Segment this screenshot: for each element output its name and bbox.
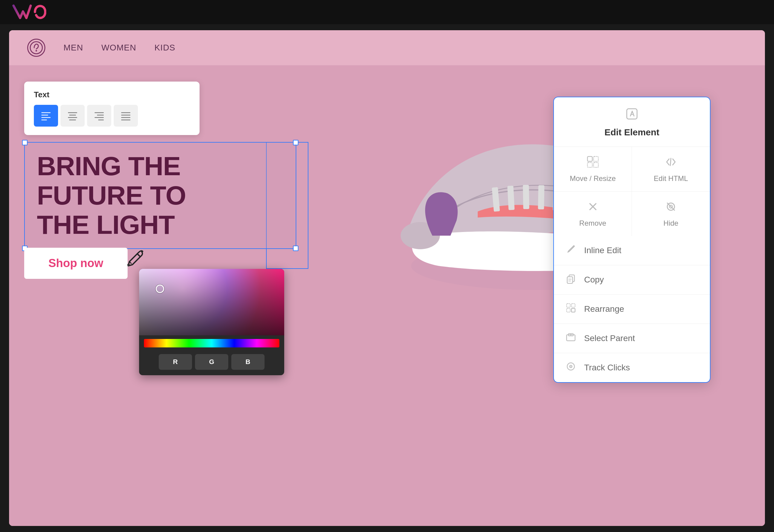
- site-header: MEN WOMEN KIDS: [9, 30, 765, 65]
- select-parent-item[interactable]: Select Parent: [554, 324, 710, 353]
- color-gradient[interactable]: [139, 269, 284, 335]
- svg-point-9: [36, 50, 37, 52]
- color-picker-popup: [139, 269, 284, 375]
- svg-rect-27: [627, 109, 637, 119]
- svg-point-26: [127, 264, 130, 266]
- color-hue-bar[interactable]: [144, 339, 279, 347]
- edit-panel: Edit Element Move / Resize: [553, 97, 711, 383]
- align-center-button[interactable]: [60, 105, 85, 127]
- svg-rect-45: [571, 304, 575, 307]
- track-clicks-item[interactable]: Track Clicks: [554, 353, 710, 382]
- edit-html-cell[interactable]: Edit HTML: [632, 147, 710, 192]
- color-selector-dot[interactable]: [156, 285, 164, 293]
- svg-rect-47: [571, 308, 575, 312]
- hide-icon: [664, 200, 678, 216]
- svg-rect-41: [567, 277, 572, 283]
- svg-line-33: [670, 158, 671, 166]
- copy-label: Copy: [584, 275, 604, 285]
- edit-panel-title: Edit Element: [560, 127, 704, 137]
- inline-edit-item[interactable]: Inline Edit: [554, 236, 710, 265]
- site-nav: MEN WOMEN KIDS: [63, 43, 175, 53]
- move-resize-cell[interactable]: Move / Resize: [554, 147, 632, 192]
- text-toolbar: Text: [24, 82, 200, 135]
- edit-panel-header: Edit Element: [554, 97, 710, 147]
- remove-icon: [586, 200, 600, 216]
- svg-rect-29: [588, 156, 592, 161]
- select-parent-icon: [565, 332, 577, 345]
- align-right-button[interactable]: [87, 105, 111, 127]
- svg-rect-44: [566, 304, 570, 307]
- rearrange-icon: [565, 302, 577, 316]
- selected-text-box[interactable]: BRING THE FUTURE TO THE LIGHT: [24, 142, 296, 249]
- resize-handle-tl[interactable]: [22, 140, 27, 145]
- move-resize-label: Move / Resize: [569, 174, 616, 183]
- site-logo: [27, 39, 45, 57]
- rearrange-item[interactable]: Rearrange: [554, 295, 710, 324]
- edit-html-icon: [664, 155, 678, 171]
- copy-icon: [565, 273, 577, 286]
- svg-line-39: [572, 247, 573, 247]
- align-left-button[interactable]: [34, 105, 58, 127]
- edit-html-label: Edit HTML: [654, 174, 688, 183]
- hide-label: Hide: [663, 219, 678, 227]
- b-input[interactable]: [231, 354, 265, 370]
- color-rgb-inputs: [139, 351, 284, 375]
- inline-edit-icon: [565, 244, 577, 257]
- svg-rect-1: [492, 187, 500, 211]
- copy-item[interactable]: Copy: [554, 265, 710, 295]
- canvas-wrapper: MEN WOMEN KIDS Text: [9, 30, 765, 526]
- align-justify-button[interactable]: [114, 105, 138, 127]
- resize-handle-tr[interactable]: [293, 140, 298, 145]
- pencil-icon: [624, 106, 640, 121]
- shop-now-button[interactable]: Shop now: [24, 248, 127, 279]
- top-bar: [0, 0, 774, 24]
- selected-text-inner: BRING THE FUTURE TO THE LIGHT: [24, 142, 296, 249]
- svg-rect-46: [566, 308, 570, 312]
- svg-rect-30: [594, 156, 598, 161]
- nav-women[interactable]: WOMEN: [101, 43, 136, 53]
- move-resize-icon: [586, 155, 600, 171]
- nav-men[interactable]: MEN: [63, 43, 83, 53]
- select-parent-label: Select Parent: [584, 334, 635, 343]
- text-align-options: [34, 105, 190, 127]
- track-clicks-label: Track Clicks: [584, 363, 630, 372]
- eyedropper-tool: [124, 248, 145, 270]
- svg-rect-4: [538, 185, 544, 209]
- eyedropper-icon: [124, 248, 145, 269]
- vwo-logo: [12, 4, 46, 20]
- hide-cell[interactable]: Hide: [632, 192, 710, 236]
- edit-pencil-icon: [560, 106, 704, 124]
- hero-heading: BRING THE FUTURE TO THE LIGHT: [37, 152, 284, 239]
- resize-handle-br[interactable]: [293, 246, 298, 251]
- inline-edit-label: Inline Edit: [584, 246, 621, 255]
- svg-rect-32: [594, 163, 598, 167]
- svg-point-53: [570, 366, 571, 367]
- svg-rect-31: [588, 163, 592, 167]
- remove-cell[interactable]: Remove: [554, 192, 632, 236]
- track-clicks-icon: [565, 361, 577, 374]
- remove-label: Remove: [579, 219, 606, 227]
- svg-rect-2: [507, 186, 514, 210]
- svg-point-8: [30, 42, 42, 54]
- rearrange-label: Rearrange: [584, 304, 624, 314]
- r-input[interactable]: [159, 354, 192, 370]
- toolbar-label: Text: [34, 90, 190, 99]
- nav-kids[interactable]: KIDS: [154, 43, 175, 53]
- svg-rect-3: [523, 185, 529, 209]
- g-input[interactable]: [195, 354, 228, 370]
- edit-panel-grid: Move / Resize Edit HTML: [554, 147, 710, 236]
- svg-point-7: [401, 222, 440, 249]
